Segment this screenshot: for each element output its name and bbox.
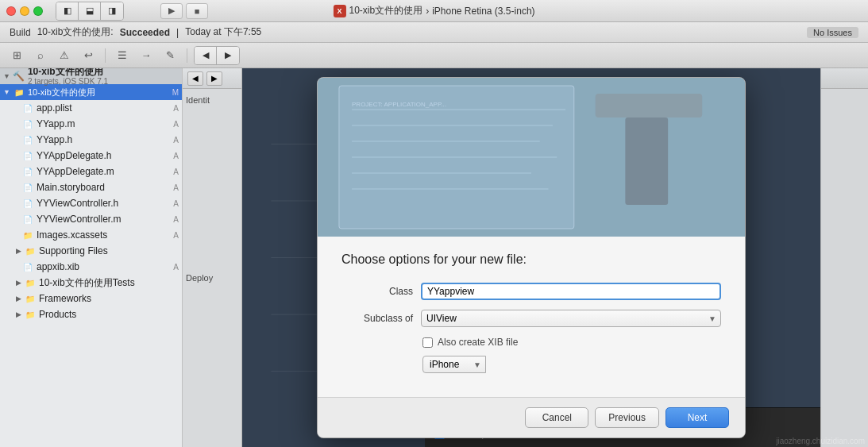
modal-body: Choose options for your new file: Class … (318, 237, 745, 397)
filename: YYViewController.m (37, 214, 122, 225)
folder-icon: 📁 (25, 245, 36, 256)
grid-icon[interactable]: ⊞ (6, 47, 27, 64)
file-badge: A (173, 215, 179, 224)
file-badge: A (173, 263, 179, 272)
file-icon: 📄 (22, 118, 33, 129)
forward-button[interactable]: ▶ (217, 47, 239, 64)
toolbar-divider (105, 48, 106, 63)
sidebar-item[interactable]: 📄 YYViewController.m A (0, 211, 182, 227)
filename: YYAppDelegate.h (37, 150, 112, 161)
sidebar-item[interactable]: 📄 YYAppDelegate.h A (0, 148, 182, 164)
build-project: 10-xib文件的使用: (37, 25, 114, 39)
build-separator: | (176, 27, 179, 38)
back-button[interactable]: ◀ (195, 47, 217, 64)
previous-button[interactable]: Previous (595, 407, 659, 428)
new-file-dialog: PROJECT: APPLICATION_APP... Choose optio… (317, 77, 746, 438)
filename: app.plist (37, 102, 72, 114)
secondary-content: Identit Deploy (183, 89, 241, 289)
xib-checkbox[interactable] (422, 337, 433, 348)
modal-image-area: PROJECT: APPLICATION_APP... (318, 78, 745, 237)
group-icon: 📁 (14, 87, 25, 98)
modal-hero-image: PROJECT: APPLICATION_APP... (318, 78, 745, 237)
project-icon: 🔨 (14, 71, 25, 82)
secondary-back-btn[interactable]: ◀ (187, 71, 203, 86)
search-icon[interactable]: ⌕ (30, 47, 51, 64)
sidebar-item[interactable]: 📄 YYAppDelegate.m A (0, 164, 182, 179)
sidebar-item[interactable]: 📁 Images.xcassets A (0, 227, 182, 243)
device-row: iPhone iPad ▼ (422, 356, 721, 373)
toolbar-row: ⊞ ⌕ ⚠ ↩ ☰ → ✎ ◀ ▶ (0, 43, 868, 68)
right-panel (820, 68, 868, 447)
sidebar-item-frameworks[interactable]: ▶ 📁 Frameworks (0, 291, 182, 306)
filename: YYAppDelegate.m (37, 166, 114, 177)
list-icon[interactable]: ☰ (112, 47, 133, 64)
tests-folder-icon: 📁 (25, 277, 36, 288)
sidebar-toggle-group[interactable]: ◧ ⬓ ◨ (56, 2, 124, 21)
sidebar-item[interactable]: 📄 YYapp.h A (0, 132, 182, 148)
xib-checkbox-label: Also create XIB file (438, 337, 518, 348)
folder-triangle: ▶ (16, 279, 21, 287)
sidebar-item-products[interactable]: ▶ 📁 Products (0, 306, 182, 322)
sidebar-item-mainstoryboard[interactable]: 📄 Main.storyboard A (0, 179, 182, 195)
minimize-button[interactable] (20, 6, 29, 16)
sidebar-item[interactable]: 📄 app.plist A (0, 100, 182, 116)
file-badge: A (173, 104, 179, 113)
warning-icon[interactable]: ⚠ (54, 47, 75, 64)
file-icon: 📄 (22, 261, 33, 272)
sidebar-item[interactable]: 📄 appxib.xib A (0, 259, 182, 275)
window-title: X 10-xib文件的使用 › iPhone Retina (3.5-inch) (333, 4, 534, 17)
file-icon: 📄 (22, 166, 33, 177)
title-bar: ◧ ⬓ ◨ ▶ ■ X 10-xib文件的使用 › iPhone Retina … (0, 0, 868, 22)
modal-overlay: PROJECT: APPLICATION_APP... Choose optio… (242, 68, 820, 447)
filename: appxib.xib (37, 261, 79, 272)
maximize-button[interactable] (33, 6, 43, 16)
modal-title: Choose options for your new file: (341, 252, 721, 267)
xcode-logo: X (333, 5, 345, 17)
nav-arrows[interactable]: ◀ ▶ (194, 46, 240, 65)
undo-icon[interactable]: ↩ (78, 47, 98, 64)
device-select[interactable]: iPhone iPad (422, 356, 486, 373)
file-icon: 📄 (22, 134, 33, 145)
toggle-bottom-panel[interactable]: ⬓ (79, 2, 101, 20)
toolbar-divider-2 (187, 48, 187, 63)
main-layout: ▼ 🔨 10-xib文件的使用 2 targets, iOS SDK 7.1 ▼… (0, 68, 868, 447)
device-target: iPhone Retina (3.5-inch) (432, 6, 534, 17)
filename: Products (39, 309, 76, 320)
file-icon: 📄 (22, 214, 33, 225)
sidebar-item[interactable]: 📄 YYViewController.h A (0, 195, 182, 211)
project-subtitle: 2 targets, iOS SDK 7.1 (28, 77, 108, 87)
toggle-left-sidebar[interactable]: ◧ (56, 2, 79, 20)
nav-icon[interactable]: → (136, 47, 156, 64)
issues-badge[interactable]: No Issues (807, 27, 858, 38)
folder-triangle: ▶ (16, 295, 21, 302)
secondary-forward-btn[interactable]: ▶ (206, 71, 222, 86)
sidebar-item[interactable]: ▶ 📁 10-xib文件的使用Tests (0, 275, 182, 291)
stop-button[interactable]: ■ (186, 3, 208, 19)
close-button[interactable] (6, 6, 16, 16)
identity-label: Identit (186, 92, 238, 111)
sidebar-root-item[interactable]: ▼ 🔨 10-xib文件的使用 2 targets, iOS SDK 7.1 (0, 68, 182, 84)
toggle-right-sidebar[interactable]: ◨ (101, 2, 123, 20)
frameworks-icon: 📁 (25, 293, 36, 304)
next-button[interactable]: Next (665, 407, 729, 428)
sidebar-group[interactable]: ▼ 📁 10-xib文件的使用 M (0, 84, 182, 100)
editor-icon[interactable]: ✎ (160, 47, 180, 64)
folder-triangle: ▶ (16, 310, 21, 318)
secondary-panel-header: ◀ ▶ (183, 68, 241, 89)
filename: Images.xcassets (37, 229, 107, 241)
group-label: 10-xib文件的使用 (28, 87, 95, 98)
cancel-button[interactable]: Cancel (525, 407, 588, 428)
xib-checkbox-row: Also create XIB file (422, 337, 721, 348)
filename: YYapp.m (37, 118, 75, 129)
sidebar-item-supporting[interactable]: ▶ 📁 Supporting Files (0, 243, 182, 259)
separator: › (426, 6, 429, 17)
products-icon: 📁 (25, 309, 36, 320)
modal-footer: Cancel Previous Next (318, 397, 745, 437)
build-time: Today at 下午7:55 (185, 25, 261, 39)
run-button[interactable]: ▶ (160, 3, 183, 19)
sidebar-item[interactable]: 📄 YYapp.m A (0, 116, 182, 132)
traffic-lights (6, 6, 43, 16)
subclass-select[interactable]: UIView UIViewController UITableViewContr… (421, 310, 721, 327)
file-badge: A (173, 152, 179, 160)
class-input[interactable] (421, 283, 721, 300)
